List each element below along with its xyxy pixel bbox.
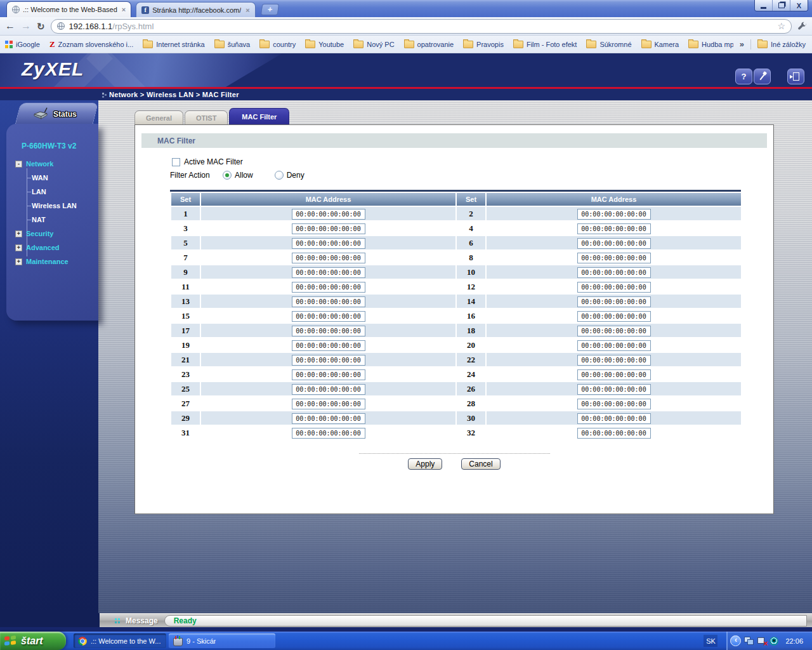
tree-plus-icon[interactable]: + xyxy=(15,258,22,265)
help-button[interactable]: ? xyxy=(735,69,752,84)
mac-address-input[interactable] xyxy=(577,296,651,307)
mac-address-input[interactable] xyxy=(292,296,365,307)
wizard-button[interactable] xyxy=(754,69,771,84)
bookmark-country[interactable]: country xyxy=(259,41,296,48)
bookmark-star-icon[interactable]: ☆ xyxy=(777,21,785,31)
other-bookmarks-button[interactable]: Iné záložky xyxy=(757,41,806,48)
mac-address-input[interactable] xyxy=(292,399,365,409)
start-button[interactable]: štart xyxy=(0,632,66,650)
mac-address-input[interactable] xyxy=(292,209,365,220)
bookmark-s-kromn[interactable]: Súkromné xyxy=(586,41,631,48)
mac-address-input[interactable] xyxy=(292,267,365,278)
tree-plus-icon[interactable]: + xyxy=(15,230,22,237)
set-number: 20 xyxy=(457,338,485,352)
network-disconnected-icon[interactable] xyxy=(757,637,766,645)
bookmark-nov-pc[interactable]: Nový PC xyxy=(353,41,394,48)
mac-address-input[interactable] xyxy=(292,384,365,395)
mac-address-input[interactable] xyxy=(577,399,651,409)
sidebar-item-network[interactable]: -Network xyxy=(6,157,98,171)
bookmark-zoznam-slovensk-ho-i[interactable]: ZZoznam slovenského i... xyxy=(49,39,133,50)
mac-address-input[interactable] xyxy=(577,326,651,336)
mac-address-input[interactable] xyxy=(577,267,651,278)
mac-address-input[interactable] xyxy=(577,369,651,380)
minimize-button[interactable] xyxy=(755,0,772,11)
sidebar-item-lan[interactable]: LAN xyxy=(6,185,98,199)
mac-address-input[interactable] xyxy=(292,340,365,351)
set-number: 15 xyxy=(171,309,200,322)
tab-close-icon[interactable]: × xyxy=(122,6,126,13)
taskbar-task[interactable]: 9 - Skicár xyxy=(169,633,275,648)
tab-general[interactable]: General xyxy=(134,110,183,124)
tree-plus-icon[interactable]: + xyxy=(15,244,22,251)
table-row: 1314 xyxy=(171,295,741,308)
mac-address-input[interactable] xyxy=(292,413,365,424)
mac-address-input[interactable] xyxy=(292,326,365,336)
allow-radio[interactable] xyxy=(223,171,232,180)
window-controls: X xyxy=(754,0,808,11)
cancel-button[interactable]: Cancel xyxy=(461,458,500,470)
bookmark-kamera[interactable]: Kamera xyxy=(641,41,679,48)
address-bar[interactable]: 192.168.1.1 /rpSys.html ☆ xyxy=(51,19,792,34)
reload-button[interactable]: ↻ xyxy=(37,22,45,31)
wrench-icon[interactable] xyxy=(797,22,807,31)
mac-address-input[interactable] xyxy=(292,428,365,439)
mac-address-input[interactable] xyxy=(577,311,651,322)
bookmark-opatrovanie[interactable]: opatrovanie xyxy=(404,41,454,48)
mac-address-input[interactable] xyxy=(577,282,651,293)
new-tab-button[interactable]: + xyxy=(260,4,279,15)
sidebar-item-wireless-lan[interactable]: Wireless LAN xyxy=(6,199,98,213)
tray-app-icon[interactable] xyxy=(769,637,778,646)
taskbar-task[interactable]: .:: Welcome to the W... xyxy=(74,633,166,648)
tab-mac-filter[interactable]: MAC Filter xyxy=(229,108,289,124)
language-indicator[interactable]: SK xyxy=(704,635,717,647)
bookmark-hudba-mp3[interactable]: Hudba mp3 xyxy=(688,41,733,48)
status-button[interactable]: Status xyxy=(18,103,96,124)
mac-cell xyxy=(201,324,455,337)
mac-address-input[interactable] xyxy=(292,311,365,322)
bookmark-internet-str-nka[interactable]: Internet stránka xyxy=(143,41,204,48)
bookmark-pravopis[interactable]: Pravopis xyxy=(463,41,504,48)
mac-address-input[interactable] xyxy=(292,223,365,234)
sidebar-item-nat[interactable]: NAT xyxy=(6,213,98,227)
active-mac-filter-checkbox[interactable] xyxy=(172,158,180,166)
mac-address-input[interactable] xyxy=(577,223,651,234)
tree-minus-icon[interactable]: - xyxy=(15,161,22,168)
mac-address-input[interactable] xyxy=(577,413,651,424)
mac-address-input[interactable] xyxy=(577,355,651,366)
sidebar-item-advanced[interactable]: +Advanced xyxy=(6,241,98,255)
mac-address-input[interactable] xyxy=(292,238,365,249)
mac-address-input[interactable] xyxy=(577,428,651,439)
sidebar-item-security[interactable]: +Security xyxy=(6,227,98,241)
bookmark-igoogle[interactable]: iGoogle xyxy=(5,41,40,48)
network-icon[interactable] xyxy=(744,637,754,645)
mac-address-input[interactable] xyxy=(292,355,365,366)
tab-otist[interactable]: OTIST xyxy=(185,110,228,124)
other-bookmarks-label: Iné záložky xyxy=(771,41,806,48)
browser-tab[interactable]: fStránka http://facebook.com/× xyxy=(136,2,255,17)
mac-address-input[interactable] xyxy=(577,238,651,249)
bookmark-film-foto-efekt[interactable]: Film - Foto efekt xyxy=(513,41,577,48)
tray-collapse-icon[interactable]: ‹ xyxy=(730,635,741,646)
mac-cell xyxy=(487,382,741,395)
browser-tab[interactable]: .:: Welcome to the Web-Based× xyxy=(6,1,131,17)
bookmarks-overflow-icon[interactable]: » xyxy=(740,39,744,49)
sidebar-item-wan[interactable]: WAN xyxy=(6,171,98,185)
mac-address-input[interactable] xyxy=(292,253,365,263)
apply-button[interactable]: Apply xyxy=(408,458,442,470)
logout-button[interactable] xyxy=(787,69,804,84)
forward-button[interactable]: → xyxy=(21,21,31,31)
mac-address-input[interactable] xyxy=(292,369,365,380)
close-button[interactable]: X xyxy=(790,0,808,11)
restore-button[interactable] xyxy=(772,0,790,11)
mac-address-input[interactable] xyxy=(577,384,651,395)
mac-address-input[interactable] xyxy=(292,282,365,293)
mac-address-input[interactable] xyxy=(577,209,651,220)
tab-close-icon[interactable]: × xyxy=(246,6,249,14)
mac-address-input[interactable] xyxy=(577,340,651,351)
sidebar-item-maintenance[interactable]: +Maintenance xyxy=(6,255,98,269)
bookmark-youtube[interactable]: Youtube xyxy=(305,41,344,48)
bookmark-u-ava[interactable]: šuňava xyxy=(214,41,250,48)
back-button[interactable]: ← xyxy=(5,21,15,31)
mac-address-input[interactable] xyxy=(577,253,651,263)
deny-radio[interactable] xyxy=(275,171,284,180)
